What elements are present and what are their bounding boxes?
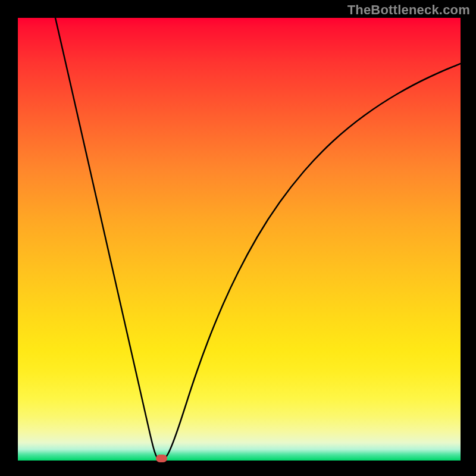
watermark-text: TheBottleneck.com — [347, 2, 470, 18]
chart-frame: TheBottleneck.com — [0, 0, 476, 476]
optimal-point-marker — [156, 455, 167, 462]
gradient-background — [18, 18, 461, 461]
